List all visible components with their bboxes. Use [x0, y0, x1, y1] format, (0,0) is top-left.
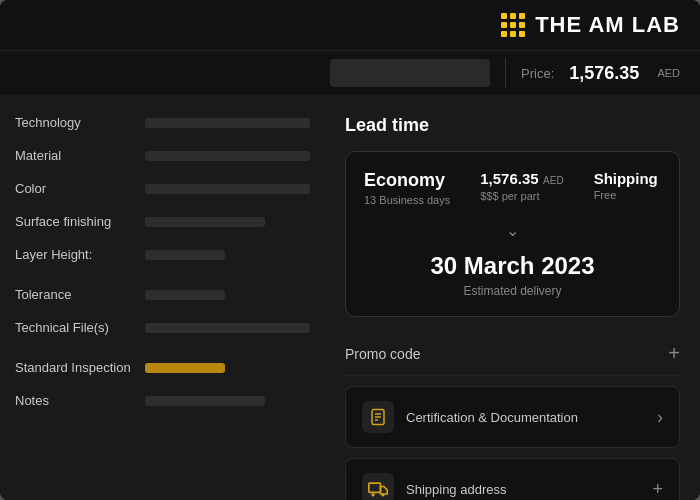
field-label-standard-inspection: Standard Inspection	[15, 360, 135, 375]
app-title: THE AM LAB	[535, 12, 680, 38]
certification-row-left: Certification & Documentation	[362, 401, 578, 433]
economy-title: Economy	[364, 170, 450, 191]
field-row-material: Material	[15, 148, 310, 163]
svg-rect-4	[369, 483, 381, 492]
dot	[510, 31, 516, 37]
field-bar-technical-files	[145, 323, 310, 333]
promo-plus-icon[interactable]: +	[668, 342, 680, 365]
economy-card: Economy 13 Business days 1,576.35 AED $$…	[345, 151, 680, 317]
economy-shipping-sub: Free	[594, 189, 658, 201]
top-bar: THE AM LAB	[0, 0, 700, 50]
field-row-technology: Technology	[15, 115, 310, 130]
dot	[519, 22, 525, 28]
logo-area: THE AM LAB	[501, 12, 680, 38]
field-label-technical-files: Technical File(s)	[15, 320, 135, 335]
promo-code-row[interactable]: Promo code +	[345, 332, 680, 376]
certification-label: Certification & Documentation	[406, 410, 578, 425]
economy-info: Economy 13 Business days	[364, 170, 450, 206]
dot	[510, 22, 516, 28]
economy-price-sub: $$$ per part	[480, 190, 563, 202]
dot	[501, 13, 507, 19]
field-bar-tolerance	[145, 290, 225, 300]
main-content: Technology Material Color Surface finish…	[0, 95, 700, 500]
delivery-date: 30 March 2023	[364, 252, 661, 280]
field-row-standard-inspection: Standard Inspection	[15, 360, 310, 375]
field-bar-technology	[145, 118, 310, 128]
shipping-icon	[362, 473, 394, 500]
certification-icon	[362, 401, 394, 433]
field-row-tolerance: Tolerance	[15, 287, 310, 302]
chevron-down-icon[interactable]: ⌄	[364, 221, 661, 240]
shipping-address-row[interactable]: Shipping address +	[345, 458, 680, 500]
certification-arrow-icon[interactable]: ›	[657, 407, 663, 428]
field-label-surface-finishing: Surface finishing	[15, 214, 135, 229]
economy-price-row: 1,576.35 AED	[480, 170, 563, 188]
field-label-notes: Notes	[15, 393, 135, 408]
logo-dots-icon	[501, 13, 525, 37]
app-window: THE AM LAB Price: 1,576.35 AED Technolog…	[0, 0, 700, 500]
svg-point-5	[371, 493, 374, 496]
left-panel: Technology Material Color Surface finish…	[0, 95, 325, 500]
divider	[505, 58, 506, 88]
certification-row[interactable]: Certification & Documentation ›	[345, 386, 680, 448]
right-panel: Lead time Economy 13 Business days 1,576…	[325, 95, 700, 500]
dot	[519, 13, 525, 19]
field-row-layer-height: Layer Height:	[15, 247, 310, 262]
economy-subtitle: 13 Business days	[364, 194, 450, 206]
economy-top: Economy 13 Business days 1,576.35 AED $$…	[364, 170, 661, 206]
economy-price-currency: AED	[543, 175, 564, 186]
field-bar-surface-finishing	[145, 217, 265, 227]
dot	[519, 31, 525, 37]
field-row-surface-finishing: Surface finishing	[15, 214, 310, 229]
field-row-color: Color	[15, 181, 310, 196]
economy-price-value: 1,576.35	[480, 170, 538, 187]
field-row-technical-files: Technical File(s)	[15, 320, 310, 335]
dot	[501, 22, 507, 28]
delivery-sub: Estimated delivery	[364, 284, 661, 298]
price-currency: AED	[657, 67, 680, 79]
promo-label: Promo code	[345, 346, 420, 362]
shipping-row-left: Shipping address	[362, 473, 506, 500]
price-label: Price:	[521, 66, 554, 81]
price-bar: Price: 1,576.35 AED	[0, 50, 700, 95]
field-bar-material	[145, 151, 310, 161]
field-bar-standard-inspection	[145, 363, 225, 373]
shipping-label: Shipping address	[406, 482, 506, 497]
field-label-tolerance: Tolerance	[15, 287, 135, 302]
economy-price-info: 1,576.35 AED $$$ per part	[480, 170, 563, 202]
economy-shipping-title: Shipping	[594, 170, 658, 187]
search-input[interactable]	[330, 59, 490, 87]
field-label-layer-height: Layer Height:	[15, 247, 135, 262]
field-row-notes: Notes	[15, 393, 310, 408]
field-bar-color	[145, 184, 310, 194]
price-value: 1,576.35	[569, 63, 639, 84]
field-label-technology: Technology	[15, 115, 135, 130]
svg-point-6	[381, 493, 384, 496]
dot	[501, 31, 507, 37]
shipping-plus-icon[interactable]: +	[652, 479, 663, 500]
dot	[510, 13, 516, 19]
economy-shipping-info: Shipping Free	[594, 170, 658, 201]
lead-time-title: Lead time	[345, 115, 680, 136]
field-label-color: Color	[15, 181, 135, 196]
field-bar-notes	[145, 396, 265, 406]
field-label-material: Material	[15, 148, 135, 163]
field-bar-layer-height	[145, 250, 225, 260]
